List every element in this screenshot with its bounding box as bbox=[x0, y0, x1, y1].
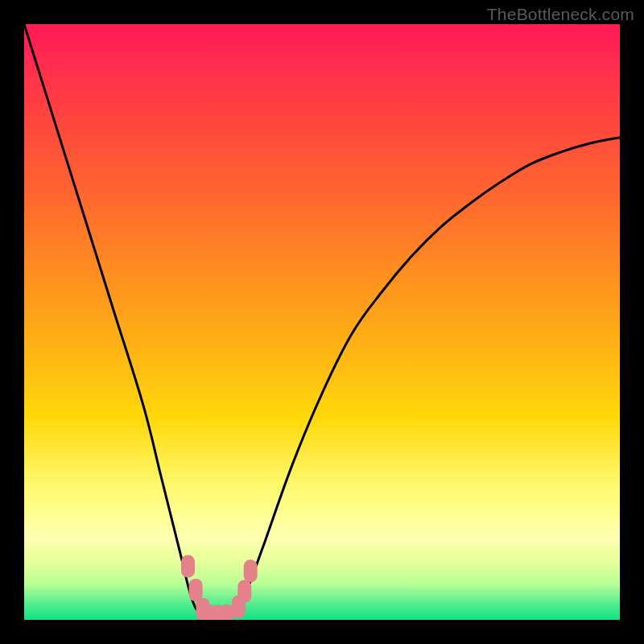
marker-dot bbox=[189, 579, 203, 601]
plot-area bbox=[24, 24, 620, 620]
bottleneck-curve bbox=[24, 24, 620, 617]
marker-dot bbox=[220, 605, 233, 620]
marker-dot bbox=[181, 555, 195, 577]
watermark-text: TheBottleneck.com bbox=[487, 5, 634, 24]
marker-dot bbox=[237, 580, 251, 602]
chart-frame: TheBottleneck.com bbox=[0, 0, 644, 644]
curve-markers bbox=[181, 555, 258, 620]
marker-dot bbox=[244, 559, 258, 582]
chart-svg bbox=[24, 24, 620, 620]
